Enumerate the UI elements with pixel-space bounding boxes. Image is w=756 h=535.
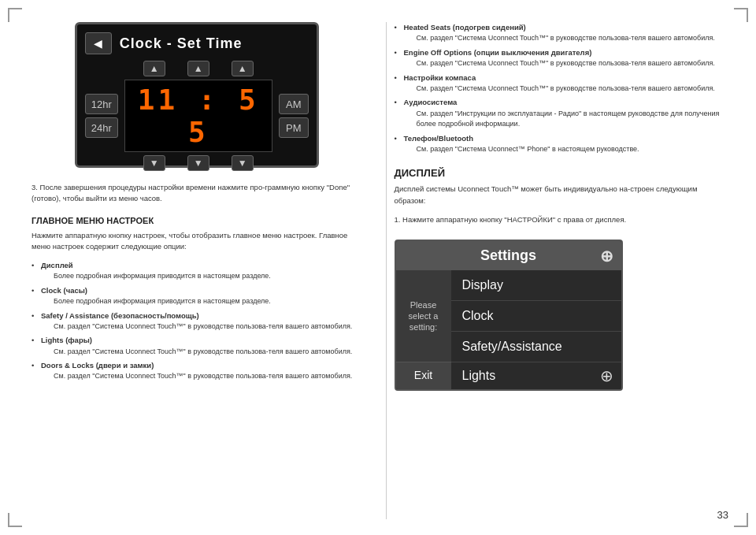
corner-mark-tr — [734, 8, 748, 22]
settings-screen: Settings ⊕ Please select a setting: Disp… — [395, 240, 623, 391]
bullet-doors-label: Doors & Locks (двери и замки) — [41, 361, 154, 370]
page: 33 ◀ Clock - Set Time 12hr 24hr ▲ ▲ — [0, 0, 756, 535]
settings-footer: Exit Lights ⊕ — [396, 362, 621, 389]
bullet-audio-label: Аудиосистема — [404, 98, 458, 106]
bullet-phone: Телефон/Bluetooth См. раздел "Система Uc… — [395, 133, 729, 155]
clock-title-bar: ◀ Clock - Set Time — [85, 32, 309, 54]
clock-back-button[interactable]: ◀ — [85, 32, 112, 54]
settings-items-list: Display Clock Safety/Assistance — [451, 270, 621, 362]
clock-min-up-button[interactable]: ▲ — [187, 61, 209, 76]
settings-header-icon: ⊕ — [600, 247, 613, 266]
back-arrow-icon: ◀ — [94, 37, 102, 50]
clock-title: Clock - Set Time — [120, 35, 243, 52]
clock-display-area: ▲ ▲ ▲ 11 : 5 5 ▼ ▼ ▼ — [124, 61, 272, 171]
bullet-heated-seats-label: Heated Seats (подогрев сидений) — [404, 23, 526, 32]
clock-pm-button[interactable]: PM — [279, 117, 309, 138]
bullet-lights-label: Lights (фары) — [41, 336, 92, 344]
bullet-compass: Настройки компаса См. раздел "Система Uc… — [395, 72, 729, 95]
bullet-engine-off-subtext: См. раздел "Система Uconnect Touch™" в р… — [404, 58, 729, 69]
settings-body: Please select a setting: Display Clock S… — [396, 270, 621, 362]
left-column: ◀ Clock - Set Time 12hr 24hr ▲ ▲ ▲ 11 : … — [0, 0, 386, 535]
clock-sec-up-button[interactable]: ▲ — [232, 61, 254, 76]
bullet-doors-subtext: См. раздел "Система Uconnect Touch™" в р… — [41, 371, 362, 382]
bullet-safety-label: Safety / Assistance (безопасность/помощь… — [41, 311, 199, 320]
settings-exit-button[interactable]: Exit — [396, 362, 451, 389]
bullet-lights: Lights (фары) См. раздел "Система Uconne… — [32, 335, 362, 357]
clock-time-display: 11 : 5 5 — [124, 80, 272, 152]
corner-mark-bl — [8, 513, 22, 527]
settings-prompt-text: Please select a setting: — [402, 299, 445, 333]
clock-24hr-button[interactable]: 24hr — [85, 117, 118, 138]
clock-down-arrows: ▼ ▼ ▼ — [143, 155, 254, 171]
settings-footer-icon: ⊕ — [600, 366, 613, 385]
page-number: 33 — [717, 509, 728, 521]
clock-controls: 12hr 24hr ▲ ▲ ▲ 11 : 5 5 ▼ ▼ ▼ — [85, 61, 309, 171]
bullet-clock: Clock (часы) Более подробная информация … — [32, 285, 362, 307]
step3-text: 3. После завершения процедуры настройки … — [32, 182, 362, 205]
corner-mark-br — [734, 513, 748, 527]
corner-mark-tl — [8, 8, 22, 22]
display-intro: Дисплей системы Uconnect Touch™ может бы… — [395, 184, 729, 206]
bullet-clock-subtext: Более подробная информация приводится в … — [41, 296, 362, 307]
bullet-phone-subtext: См. раздел "Система Uconnect™ Phone" в н… — [404, 144, 729, 155]
clock-sec-down-button[interactable]: ▼ — [232, 155, 254, 171]
bullet-phone-label: Телефон/Bluetooth — [404, 134, 474, 143]
bullet-engine-off-label: Engine Off Options (опции выключения дви… — [404, 48, 592, 57]
bullet-clock-label: Clock (часы) — [41, 286, 87, 295]
bullet-audio-subtext: См. раздел "Инструкции по эксплуатации -… — [404, 109, 729, 130]
clock-hour-up-button[interactable]: ▲ — [143, 61, 165, 76]
settings-title: Settings — [480, 247, 536, 263]
bullet-safety-subtext: См. раздел "Система Uconnect Touch™" в р… — [41, 321, 362, 333]
settings-header: Settings ⊕ — [396, 241, 621, 270]
clock-hr-buttons: 12hr 24hr — [85, 94, 118, 138]
bullet-lights-subtext: См. раздел "Система Uconnect Touch™" в р… — [41, 347, 362, 358]
clock-min-down-button[interactable]: ▼ — [187, 155, 209, 171]
bullet-display: Дисплей Более подробная информация приво… — [32, 260, 362, 282]
bullet-audio: Аудиосистема См. раздел "Инструкции по э… — [395, 97, 729, 129]
settings-left-label: Please select a setting: — [396, 270, 451, 362]
bullet-safety: Safety / Assistance (безопасность/помощь… — [32, 310, 362, 333]
main-menu-heading: ГЛАВНОЕ МЕНЮ НАСТРОЕК — [32, 216, 362, 225]
clock-12hr-button[interactable]: 12hr — [85, 94, 118, 114]
display-heading: ДИСПЛЕЙ — [395, 167, 729, 179]
settings-item-clock[interactable]: Clock — [451, 301, 621, 332]
main-menu-intro: Нажмите аппаратную кнопку настроек, чтоб… — [32, 230, 362, 253]
bullet-display-subtext: Более подробная информация приводится в … — [41, 271, 362, 282]
settings-item-safety[interactable]: Safety/Assistance — [451, 332, 621, 362]
clock-up-arrows: ▲ ▲ ▲ — [143, 61, 254, 76]
clock-hour-down-button[interactable]: ▼ — [143, 155, 165, 171]
clock-am-button[interactable]: AM — [279, 94, 309, 114]
bullet-doors: Doors & Locks (двери и замки) См. раздел… — [32, 360, 362, 382]
bullet-heated-seats-subtext: См. раздел "Система Uconnect Touch™" в р… — [404, 33, 729, 44]
clock-ampm-buttons: AM PM — [279, 94, 309, 138]
display-step1: 1. Нажмите аппаратную кнопку "НАСТРОЙКИ"… — [395, 214, 729, 225]
bullet-display-label: Дисплей — [41, 261, 73, 269]
settings-item-lights[interactable]: Lights ⊕ — [451, 362, 621, 389]
settings-item-display[interactable]: Display — [451, 270, 621, 301]
bullet-engine-off: Engine Off Options (опции выключения дви… — [395, 47, 729, 69]
bullet-heated-seats: Heated Seats (подогрев сидений) См. разд… — [395, 22, 729, 44]
main-menu-bullet-list: Дисплей Более подробная информация приво… — [32, 260, 362, 385]
clock-screen: ◀ Clock - Set Time 12hr 24hr ▲ ▲ ▲ 11 : … — [75, 22, 319, 168]
bullet-compass-subtext: См. раздел "Система Uconnect Touch™" в р… — [404, 84, 729, 95]
right-bullet-list: Heated Seats (подогрев сидений) См. разд… — [395, 22, 729, 158]
bullet-compass-label: Настройки компаса — [404, 73, 476, 82]
right-column: Heated Seats (подогрев сидений) См. разд… — [387, 0, 757, 535]
